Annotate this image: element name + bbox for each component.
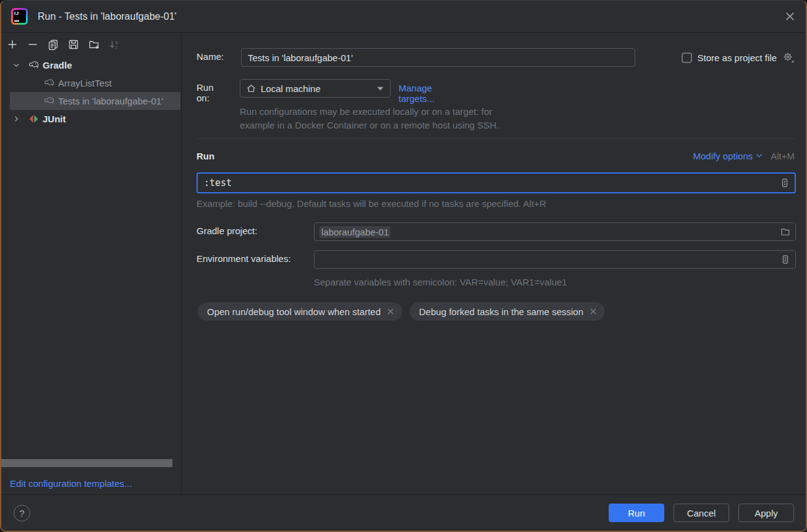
sort-alphabetically-icon[interactable]: a z (108, 38, 120, 51)
tree-item-gradle[interactable]: Gradle (10, 56, 180, 74)
tree-item-junit[interactable]: JUnit (10, 110, 180, 128)
chip-label: Open run/debug tool window when started (207, 306, 381, 317)
help-icon[interactable]: ? (14, 505, 30, 521)
junit-icon (28, 113, 40, 125)
gradle-project-field[interactable]: laboraufgabe-01 (314, 222, 796, 241)
add-configuration-icon[interactable] (6, 38, 19, 51)
title-bar: IJ Run - Tests in 'laboraufgabe-01' (1, 1, 806, 33)
name-input[interactable] (242, 49, 635, 66)
expand-field-icon[interactable] (779, 177, 790, 188)
new-folder-icon[interactable] (88, 38, 100, 51)
remove-configuration-icon[interactable] (27, 38, 39, 51)
environment-variables-field-wrapper (314, 250, 796, 269)
close-icon[interactable] (782, 9, 797, 24)
save-configuration-icon[interactable] (67, 38, 80, 51)
tree-item-tests-selected[interactable]: Tests in 'laboraufgabe-01' (10, 92, 180, 110)
gear-icon[interactable] (782, 51, 795, 64)
chevron-right-icon[interactable] (12, 115, 20, 124)
edit-configuration-templates-link[interactable]: Edit configuration templates... (10, 478, 132, 489)
manage-targets-link[interactable]: Manage targets... (399, 83, 434, 104)
run-on-value: Local machine (261, 83, 321, 94)
copy-configuration-icon[interactable] (47, 38, 59, 51)
tasks-field-wrapper (196, 172, 796, 193)
gradle-icon (43, 77, 55, 89)
section-separator (196, 138, 796, 139)
intellij-logo-text: IJ (14, 11, 19, 16)
gradle-project-label: Gradle project: (196, 226, 257, 236)
environment-variables-row: Environment variables: (196, 250, 796, 269)
chip-label: Debug forked tasks in the same session (419, 306, 583, 317)
name-field-wrapper (241, 48, 635, 67)
tasks-hint-text: Example: build --debug. Default tasks wi… (196, 198, 546, 209)
environment-variables-hint: Separate variables with semicolon: VAR=v… (314, 277, 567, 287)
configurations-sidebar: a z Gradle (1, 33, 182, 496)
tree-item-label: ArrayListTest (58, 78, 112, 88)
configuration-editor: Name: Store as project file Run on: (182, 33, 807, 496)
folder-icon[interactable] (780, 226, 791, 237)
chip-remove-icon[interactable] (387, 308, 394, 315)
svg-text:z: z (116, 44, 118, 50)
chevron-down-icon[interactable] (12, 61, 20, 70)
option-chips: Open run/debug tool window when started … (198, 302, 605, 321)
environment-variables-input[interactable] (315, 251, 780, 268)
caret-down-icon (377, 87, 384, 91)
gradle-project-value: laboraufgabe-01 (319, 226, 391, 238)
modify-options-link[interactable]: Modify options (693, 151, 763, 161)
tasks-and-arguments-input[interactable] (198, 174, 779, 192)
sidebar-toolbar: a z (1, 33, 181, 52)
tree-item-label: Tests in 'laboraufgabe-01' (58, 96, 163, 106)
run-debug-configurations-dialog: IJ Run - Tests in 'laboraufgabe-01' (0, 0, 807, 532)
chevron-down-icon (756, 153, 763, 158)
apply-button[interactable]: Apply (738, 504, 794, 522)
gradle-project-row: Gradle project: laboraufgabe-01 (196, 222, 796, 241)
store-as-project-file-group: Store as project file (682, 48, 795, 67)
run-section-header: Run Modify options Alt+M (196, 148, 795, 163)
chip-debug-forked-tasks[interactable]: Debug forked tasks in the same session (410, 302, 605, 321)
store-as-project-file-label: Store as project file (698, 53, 777, 63)
chip-open-run-debug-tool-window[interactable]: Open run/debug tool window when started (198, 302, 402, 321)
horizontal-scrollbar[interactable] (1, 459, 172, 467)
run-on-help-text: Run configurations may be executed local… (240, 105, 499, 132)
dialog-title: Run - Tests in 'laboraufgabe-01' (38, 11, 177, 22)
intellij-logo-icon: IJ (11, 8, 28, 25)
store-as-project-file-checkbox[interactable] (682, 53, 692, 63)
environment-variables-label: Environment variables: (196, 253, 291, 264)
run-on-dropdown[interactable]: Local machine (240, 79, 391, 98)
configurations-tree: Gradle ArrayListTest (1, 56, 180, 128)
tree-item-label: JUnit (43, 114, 66, 124)
name-label: Name: (196, 51, 224, 62)
gradle-icon (43, 95, 55, 107)
browse-variables-icon[interactable] (780, 254, 791, 265)
run-section-title: Run (196, 151, 214, 161)
run-on-label: Run on: (196, 82, 214, 103)
tree-item-arraylisttest[interactable]: ArrayListTest (10, 74, 180, 92)
tree-item-label: Gradle (43, 60, 72, 70)
gradle-icon (28, 59, 40, 71)
chip-remove-icon[interactable] (589, 308, 597, 315)
cancel-button[interactable]: Cancel (674, 504, 729, 522)
modify-options-shortcut: Alt+M (771, 151, 795, 161)
run-button[interactable]: Run (609, 504, 664, 522)
home-icon (246, 83, 256, 94)
dialog-footer: ? Run Cancel Apply (1, 494, 806, 531)
